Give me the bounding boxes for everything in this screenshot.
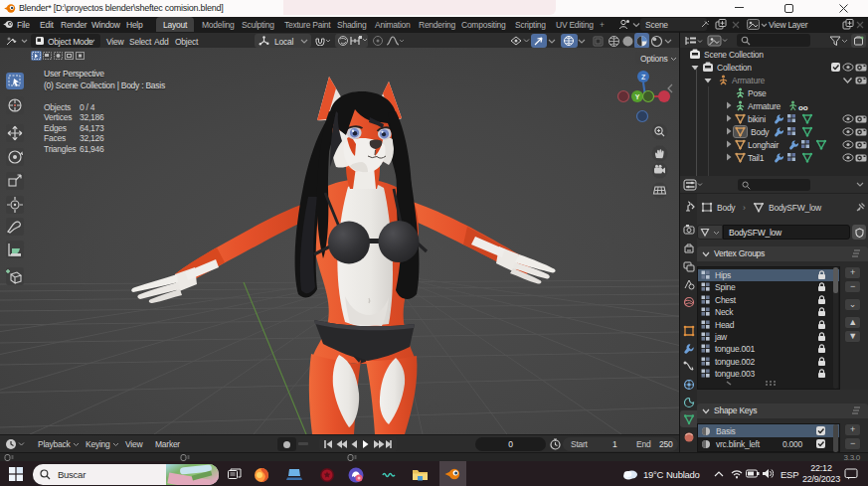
svg-text:Y: Y xyxy=(635,93,640,100)
svg-text:oo: oo xyxy=(798,103,808,112)
